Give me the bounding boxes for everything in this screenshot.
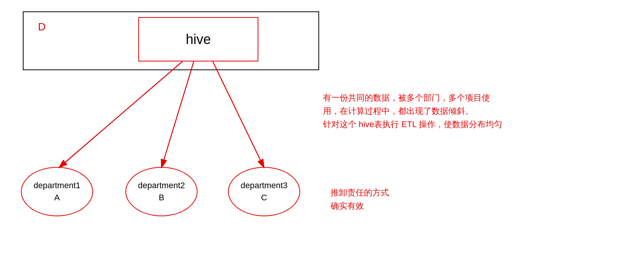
dept2-container: department2 B — [125, 167, 198, 216]
annotation1: 有一份共同的数据，被多个部门，多个项目使 用，在计算过程中，都出现了数据倾斜。 … — [323, 91, 502, 131]
annotation1-line2: 用，在计算过程中，都出现了数据倾斜。 — [323, 104, 502, 118]
svg-line-1 — [59, 61, 182, 168]
hive-label: hive — [186, 31, 211, 47]
dept3-ellipse: department3 C — [228, 167, 300, 216]
dept3-name: department3 — [241, 181, 288, 190]
annotation2: 推卸责任的方式 确实有效 — [331, 186, 389, 212]
annotation2-line1: 推卸责任的方式 — [331, 186, 389, 199]
dept3-container: department3 C — [228, 167, 300, 216]
svg-line-3 — [213, 61, 264, 168]
annotation2-line2: 确实有效 — [331, 199, 389, 212]
annotation1-line3: 针对这个 hive表执行 ETL 操作，使数据分布均匀 — [323, 118, 502, 131]
dept2-name: department2 — [138, 181, 185, 190]
svg-line-2 — [161, 61, 194, 168]
dept1-container: department1 A — [21, 167, 93, 216]
annotation1-line1: 有一份共同的数据，被多个部门，多个项目使 — [323, 91, 502, 104]
dept1-name: department1 — [33, 181, 81, 190]
hive-box: hive — [138, 17, 258, 61]
dept2-sublabel: B — [159, 193, 165, 203]
dept3-sublabel: C — [261, 193, 267, 203]
canvas: D hive department1 A department2 B — [0, 0, 644, 258]
dept1-ellipse: department1 A — [21, 167, 93, 216]
dept2-ellipse: department2 B — [125, 167, 198, 216]
dept1-sublabel: A — [54, 193, 60, 203]
label-d: D — [38, 21, 46, 33]
